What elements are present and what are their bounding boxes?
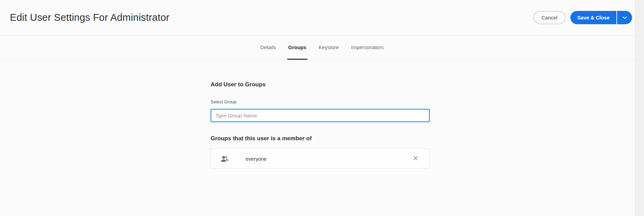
group-search-input[interactable] <box>211 109 430 122</box>
group-list-item: everyone <box>211 149 430 169</box>
chevron-down-icon <box>623 15 627 20</box>
add-user-to-groups-heading: Add User to Groups <box>211 60 430 88</box>
tab-impersonators[interactable]: Impersonators <box>350 35 385 60</box>
tab-bar: Details Groups Keystore Impersonators <box>0 35 644 60</box>
page-title: Edit User Settings For Administrator <box>10 12 169 23</box>
save-and-close-button[interactable]: Save & Close <box>570 11 616 24</box>
group-name: everyone <box>246 156 267 162</box>
close-icon <box>413 156 418 161</box>
save-split-button: Save & Close <box>570 11 632 24</box>
tab-details[interactable]: Details <box>259 35 277 60</box>
groups-tab-content: Add User to Groups Select Group Groups t… <box>211 60 430 169</box>
page-header: Edit User Settings For Administrator Can… <box>0 0 644 35</box>
cancel-button[interactable]: Cancel <box>533 11 566 24</box>
tab-keystore[interactable]: Keystore <box>318 35 340 60</box>
scrollbar-track[interactable] <box>635 0 644 216</box>
user-group-icon <box>220 155 229 162</box>
select-group-label: Select Group <box>211 99 430 104</box>
tab-groups[interactable]: Groups <box>287 35 307 60</box>
member-groups-heading: Groups that this user is a member of <box>211 135 430 142</box>
remove-group-button[interactable] <box>411 154 420 163</box>
save-options-dropdown-button[interactable] <box>617 11 632 24</box>
header-actions: Cancel Save & Close <box>533 11 632 24</box>
edit-user-settings-page: Edit User Settings For Administrator Can… <box>0 0 644 216</box>
